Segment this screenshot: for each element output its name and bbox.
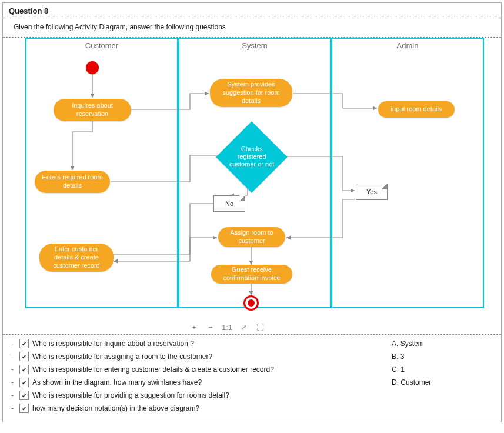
match-question: Who is responsible for entering customer…: [32, 365, 383, 374]
question-prompt: Given the following Activity Diagram, an…: [3, 18, 501, 35]
zoom-fullscreen-button[interactable]: ⛶: [255, 323, 265, 332]
start-node: [86, 61, 99, 74]
match-row: - ✔ As shown in the diagram, how many sw…: [11, 376, 493, 389]
match-dash: -: [11, 352, 16, 361]
activity-confirmation-invoice: Guest receive confirmation invoice: [211, 265, 292, 284]
activity-diagram: Customer System Admin: [14, 38, 496, 332]
match-row: - ✔ Who is responsible for providing a s…: [11, 389, 493, 402]
zoom-controls: + − 1:1 ⤢ ⛶: [189, 323, 265, 332]
match-question: Who is responsible for Inquire about a r…: [32, 339, 383, 348]
zoom-out-button[interactable]: −: [205, 323, 216, 332]
match-dash: -: [11, 365, 16, 374]
match-dropdown[interactable]: ✔: [19, 352, 29, 361]
zoom-fit-button[interactable]: ⤢: [238, 323, 249, 332]
activity-diagram-wrap: Customer System Admin: [3, 38, 501, 332]
match-row: - ✔ how many decision notation(s) in the…: [11, 402, 493, 415]
decision-label: Checks registered customer or not: [226, 145, 277, 169]
match-dropdown[interactable]: ✔: [19, 378, 29, 387]
activity-inquires-reservation: Inquires about reservation: [54, 99, 131, 121]
match-dash: -: [11, 391, 16, 399]
match-row: - ✔ Who is responsible for entering cust…: [11, 363, 493, 376]
activity-system-suggestion: System provides suggestion for room deta…: [210, 79, 292, 107]
match-row: - ✔ Who is responsible for Inquire about…: [11, 337, 493, 350]
lane-admin: Admin: [331, 38, 484, 308]
match-question: Who is responsible for assigning a room …: [32, 352, 383, 361]
match-dropdown[interactable]: ✔: [19, 391, 29, 400]
match-dash: -: [11, 339, 16, 348]
match-row: - ✔ Who is responsible for assigning a r…: [11, 350, 493, 363]
zoom-in-button[interactable]: +: [189, 323, 199, 332]
match-dash: -: [11, 404, 16, 412]
note-no: No: [213, 195, 245, 212]
match-answer-option: B. 3: [387, 352, 493, 361]
end-node-dot: [248, 299, 255, 307]
match-question: how many decision notation(s) in the abo…: [32, 404, 383, 412]
lane-admin-title: Admin: [332, 41, 483, 50]
lane-system-title: System: [179, 41, 330, 50]
end-node: [243, 295, 259, 311]
activity-enter-customer-record: Enter customer details & create customer…: [39, 244, 114, 272]
match-dash: -: [11, 378, 16, 387]
question-number: Question 8: [3, 3, 501, 18]
match-answer-option: C. 1: [387, 365, 493, 374]
match-answer-option: D. Customer: [387, 378, 493, 387]
lane-customer-title: Customer: [26, 41, 177, 50]
match-answer-option: A. System: [387, 339, 493, 348]
match-dropdown[interactable]: ✔: [19, 339, 29, 348]
zoom-ratio: 1:1: [222, 323, 232, 332]
question-container: Question 8 Given the following Activity …: [2, 2, 502, 422]
activity-assign-room: Assign room to customer: [218, 227, 285, 247]
note-yes: Yes: [356, 184, 388, 200]
match-dropdown[interactable]: ✔: [19, 404, 29, 413]
activity-input-room-details: input room details: [378, 101, 455, 118]
match-dropdown[interactable]: ✔: [19, 365, 29, 374]
matching-section: - ✔ Who is responsible for Inquire about…: [3, 335, 501, 422]
match-question: As shown in the diagram, how many swimla…: [32, 378, 383, 387]
activity-enters-room-details: Enters required room details: [35, 171, 110, 193]
match-question: Who is responsible for providing a sugge…: [32, 391, 383, 399]
